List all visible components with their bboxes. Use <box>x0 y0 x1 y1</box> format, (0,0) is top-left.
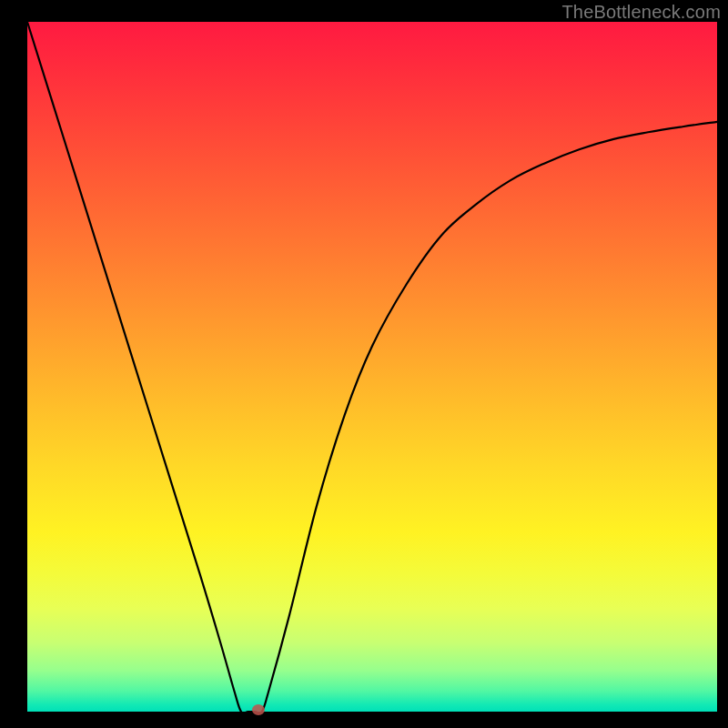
plot-area <box>27 22 717 712</box>
minimum-marker <box>252 704 265 715</box>
chart-frame: TheBottleneck.com <box>0 0 728 728</box>
watermark-text: TheBottleneck.com <box>561 2 721 23</box>
bottleneck-curve <box>27 22 717 712</box>
curve-path <box>27 22 717 713</box>
